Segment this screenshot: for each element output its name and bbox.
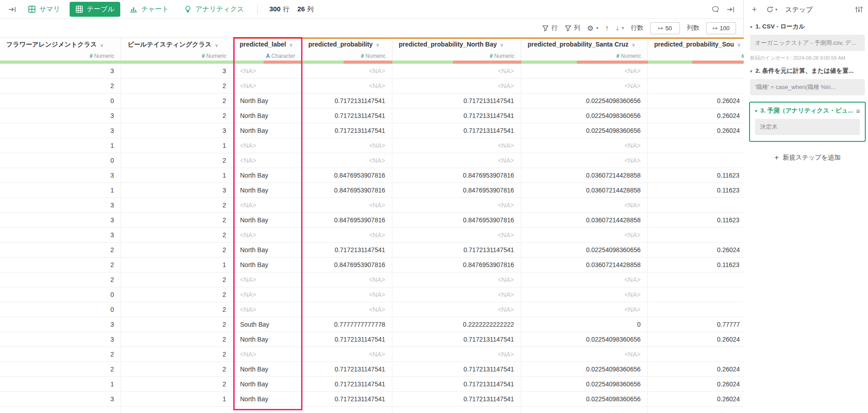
- add-new-step-button[interactable]: + 新規ステップを追加: [744, 147, 868, 168]
- cell-predicted-probability: <NA>: [302, 64, 392, 78]
- table-row: 22North Bay0.71721311475410.717213114754…: [0, 362, 744, 377]
- cell-predicted-probability-north-bay: 0.7172131147541: [392, 332, 521, 347]
- cell-predicted-label: North Bay: [233, 332, 302, 347]
- cell-predicted-probability-sou: 0.11623: [648, 168, 744, 183]
- add-step-icon-button[interactable]: +: [750, 3, 759, 16]
- sort-caret-icon[interactable]: ∨: [215, 42, 218, 48]
- cell-predicted-probability: 0.8476953907816: [302, 183, 392, 197]
- step-item-3[interactable]: ▾3. 予測（アナリティクス・ビュ...≡決定木: [749, 102, 866, 142]
- quality-bar-segment: [233, 61, 302, 64]
- column-header-name: predicted_probability_Santa Cruz∨: [528, 41, 641, 48]
- step-caret-icon[interactable]: ▾: [750, 69, 752, 74]
- character-type-icon: A: [266, 53, 270, 59]
- cell-predicted-probability-santa-cruz: 0: [521, 317, 648, 332]
- cell-predicted-probability-santa-cruz: <NA>: [521, 302, 648, 317]
- sort-caret-icon[interactable]: ∨: [376, 42, 379, 48]
- cell-beer-class: 2: [121, 287, 233, 302]
- cell-predicted-probability: <NA>: [302, 228, 392, 242]
- cell-predicted-probability: 0.8476953907816: [302, 168, 392, 183]
- column-header-beer-class[interactable]: ビールテイスティングクラス∨# Numeric: [121, 38, 233, 61]
- column-header-predicted-probability-north-bay[interactable]: predicted_probability_North Bay∨# Numeri…: [392, 38, 521, 61]
- tab-chart[interactable]: チャート: [124, 2, 175, 17]
- gear-icon: ⚙: [587, 24, 594, 33]
- column-header-name: フラワーアレンジメントクラス∨: [6, 41, 114, 49]
- refresh-icon: [766, 6, 774, 13]
- sort-caret-icon[interactable]: ∨: [737, 42, 741, 48]
- cell-predicted-probability-sou: [648, 272, 744, 287]
- cell-predicted-probability-north-bay: 0.7172131147541: [392, 123, 521, 138]
- sort-caret-icon[interactable]: ∨: [500, 42, 504, 48]
- column-type: # Numeric: [528, 53, 641, 59]
- column-header-predicted-probability-sou[interactable]: predicted_probability_Sou∨# Numeric: [648, 38, 744, 61]
- sort-caret-icon[interactable]: ∨: [289, 42, 293, 48]
- tab-table[interactable]: テーブル: [70, 2, 120, 17]
- tab-summary[interactable]: サマリ: [22, 2, 66, 17]
- cell-predicted-label: North Bay: [233, 94, 302, 108]
- sort-descending-button[interactable]: ↓ ▾: [615, 24, 624, 32]
- table-settings-button[interactable]: ⚙ ▾: [587, 24, 599, 33]
- cell-predicted-label: North Bay: [233, 258, 302, 272]
- table-row: 22<NA><NA><NA><NA>: [0, 79, 744, 94]
- columns-shown-input[interactable]: ↦ 100: [706, 22, 736, 34]
- step-item-1[interactable]: ▾1. CSV - ローカルオーガニックストア - 予測用.csv, デ...前…: [750, 23, 865, 61]
- cell-predicted-probability-santa-cruz: <NA>: [521, 153, 648, 168]
- table-row-partial: [0, 407, 744, 413]
- cell-predicted-probability: 0.7172131147541: [302, 332, 392, 347]
- column-header-flower-class[interactable]: フラワーアレンジメントクラス∨# Numeric: [0, 38, 121, 61]
- maps-to-icon: ↦: [712, 25, 717, 32]
- step-summary-pill[interactable]: '職種' = case_when(職種 %in...: [750, 79, 865, 95]
- table-row: 31North Bay0.71721311475410.717213114754…: [0, 392, 744, 407]
- step-caret-icon[interactable]: ▾: [755, 108, 757, 113]
- cell-predicted-label: North Bay: [233, 168, 302, 183]
- column-header-predicted-probability-santa-cruz[interactable]: predicted_probability_Santa Cruz∨# Numer…: [521, 38, 648, 61]
- table-row: 22<NA><NA><NA><NA>: [0, 272, 744, 287]
- cell-predicted-probability: <NA>: [302, 287, 392, 302]
- comment-button[interactable]: [710, 4, 721, 15]
- step-title[interactable]: ▾3. 予測（アナリティクス・ビュ...≡: [755, 107, 860, 115]
- step-title[interactable]: ▾1. CSV - ローカル: [750, 23, 865, 31]
- step-caret-icon[interactable]: ▾: [750, 24, 752, 29]
- step-summary-pill[interactable]: オーガニックストア - 予測用.csv, デ...: [750, 35, 865, 51]
- cell-predicted-probability-north-bay: <NA>: [392, 228, 521, 242]
- refresh-button[interactable]: ▾: [764, 4, 779, 15]
- numeric-type-icon: #: [202, 53, 205, 59]
- step-menu-icon[interactable]: ≡: [856, 107, 860, 115]
- filter-rows-button[interactable]: 行: [542, 24, 558, 32]
- column-header-predicted-probability[interactable]: predicted_probability∨# Numeric: [302, 38, 392, 61]
- sort-caret-icon[interactable]: ∨: [100, 42, 104, 48]
- step-item-2[interactable]: ▾2. 条件を元に計算、または値を置...'職種' = case_when(職種…: [750, 67, 865, 95]
- tab-analytics[interactable]: アナリティクス: [178, 2, 250, 17]
- cell-beer-class: 2: [121, 198, 233, 212]
- cell-predicted-probability-north-bay: <NA>: [392, 79, 521, 93]
- cell-predicted-probability-north-bay: <NA>: [392, 287, 521, 302]
- table-row: 31North Bay0.84769539078160.847695390781…: [0, 168, 744, 183]
- column-header-predicted-label[interactable]: predicted_label∨A Character: [233, 38, 302, 61]
- cell-beer-class: 2: [121, 362, 233, 376]
- sort-ascending-button[interactable]: ↑: [605, 24, 609, 32]
- cell-predicted-probability-north-bay: <NA>: [392, 302, 521, 317]
- cell-beer-class: 2: [121, 377, 233, 391]
- rows-per-page-value: 50: [665, 25, 672, 32]
- sort-caret-icon[interactable]: ∨: [632, 42, 635, 48]
- cell-predicted-probability-sou: [648, 287, 744, 302]
- collapse-left-panel-button[interactable]: [6, 4, 19, 15]
- cell-predicted-probability-santa-cruz: 0.03607214428858: [521, 213, 648, 227]
- cell-predicted-probability-sou: 0.26024: [648, 123, 744, 138]
- cell-predicted-probability-santa-cruz: 0.02254098360656: [521, 377, 648, 391]
- collapse-right-panel-button[interactable]: [725, 4, 737, 15]
- quality-bar-segment: [648, 61, 744, 64]
- toolbar-divider: [257, 5, 258, 14]
- step-summary-pill[interactable]: 決定木: [755, 119, 860, 135]
- column-header-name: predicted_label∨: [240, 41, 295, 48]
- step-settings-button[interactable]: [853, 4, 865, 15]
- step-title[interactable]: ▾2. 条件を元に計算、または値を置...: [750, 67, 865, 75]
- row-count: 300 行: [269, 5, 289, 14]
- add-new-step-label: 新規ステップを追加: [783, 154, 841, 162]
- filter-columns-button[interactable]: 列: [565, 24, 580, 32]
- table-grid-icon: [75, 5, 83, 13]
- rows-per-page-input[interactable]: ↦ 50: [650, 22, 680, 34]
- bar-chart-icon: [130, 5, 137, 13]
- cell-predicted-label: North Bay: [233, 243, 302, 257]
- cell-beer-class: 1: [121, 168, 233, 183]
- table-row: 12North Bay0.71721311475410.717213114754…: [0, 377, 744, 392]
